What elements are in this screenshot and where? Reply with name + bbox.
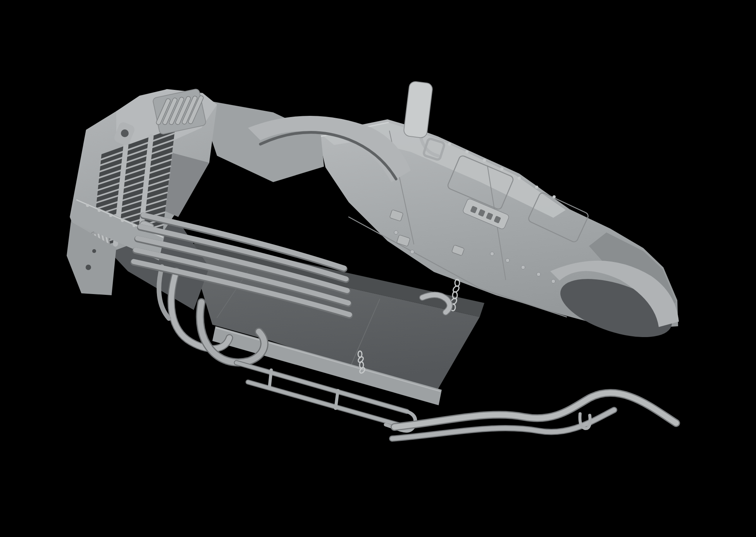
viewport-canvas[interactable] — [0, 0, 756, 537]
viewport-3d[interactable] — [0, 0, 756, 537]
